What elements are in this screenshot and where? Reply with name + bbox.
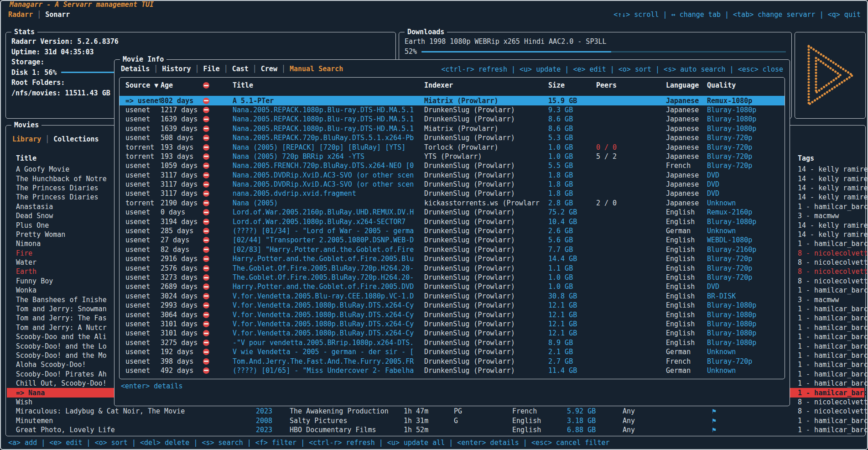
result-language-cell: Japanese bbox=[666, 171, 707, 179]
rejection-icon bbox=[203, 228, 209, 234]
search-result-row[interactable]: usenet2993 daysV.for.Vendetta.2005.1080p… bbox=[120, 301, 785, 310]
search-result-row[interactable]: usenet1059 daysNana.2005.FRENCH.720p.Blu… bbox=[120, 161, 785, 170]
rejection-icon bbox=[203, 330, 209, 336]
movie-quality-profile-cell: Any bbox=[623, 426, 712, 434]
search-result-row[interactable]: usenet3273 daysThe.Goblet.Of.Fire.2005.B… bbox=[120, 273, 785, 282]
search-result-row[interactable]: torrent2190 daysNana (2005)kickasstorren… bbox=[120, 199, 785, 208]
search-result-row[interactable]: usenet3194 daysLord.of.War.2005.1080p.Bl… bbox=[120, 217, 785, 226]
movie-tags-cell: 14 - kelly ramirez bbox=[798, 221, 868, 230]
search-result-row[interactable]: usenet398 daysTom.And.Jerry.The.Fast.And… bbox=[120, 356, 785, 366]
movie-info-tab-manual-search[interactable]: Manual Search bbox=[290, 65, 343, 73]
movie-info-tab-file[interactable]: File bbox=[203, 65, 220, 73]
result-age-cell: 2190 days bbox=[161, 199, 203, 207]
result-source-cell: usenet bbox=[120, 301, 161, 309]
search-result-row[interactable]: usenet285 days(????) [01/34] - "Lord of … bbox=[120, 226, 785, 235]
result-age-cell: 1639 days bbox=[161, 115, 203, 123]
results-col-quality[interactable]: Quality bbox=[707, 81, 736, 89]
search-result-row[interactable]: usenet492 days(????) [01/65] - "Miss Und… bbox=[120, 366, 785, 375]
result-indexer-cell: Torlock (Prowlarr) bbox=[424, 143, 548, 152]
results-col-age[interactable]: Age bbox=[161, 81, 203, 89]
movie-info-tabs: Details│History│File│Cast│Crew│Manual Se… bbox=[121, 64, 343, 73]
result-indexer-cell: DrunkenSlug (Prowlarr) bbox=[424, 292, 548, 300]
search-result-row[interactable]: usenet3024 daysV.for.Vendetta.2005.Blu-r… bbox=[120, 292, 785, 301]
result-language-cell: English bbox=[666, 311, 707, 319]
search-result-row[interactable]: usenet0 daysLord.of.War.2005.2160p.BluRa… bbox=[120, 208, 785, 217]
servarr-tab-sonarr[interactable]: Sonarr bbox=[45, 10, 70, 19]
results-col-indexer[interactable]: Indexer bbox=[424, 81, 548, 89]
movie-row[interactable]: Minutemen2008Salty Pictures1h 31mGEnglis… bbox=[7, 416, 864, 425]
movie-quality-profile-cell: Any bbox=[623, 407, 712, 415]
search-result-row[interactable]: => usenet802 daysA 5.1-PTerMiatrix (Prow… bbox=[120, 96, 785, 105]
movie-info-tab-details[interactable]: Details bbox=[121, 65, 150, 73]
movie-info-tab-history[interactable]: History bbox=[162, 65, 191, 73]
monitored-flag-icon: ⚑ bbox=[712, 407, 798, 415]
search-result-row[interactable]: usenet82 days[02/83] "Harry.Potter.and.t… bbox=[120, 245, 785, 254]
movie-certification-cell: PG bbox=[454, 407, 512, 415]
movies-tab-library[interactable]: Library bbox=[12, 135, 41, 143]
result-age-cell: 1217 days bbox=[161, 106, 203, 114]
search-result-row[interactable]: usenet3275 days-"V pour vendetta.2005.BR… bbox=[120, 338, 785, 347]
movie-tags-cell: 1 - hamilcar_barca bbox=[798, 305, 868, 313]
movies-col-tags[interactable]: Tags bbox=[798, 154, 817, 162]
result-rejection-cell bbox=[203, 349, 233, 355]
search-result-row[interactable]: usenet508 daysNana.2005.REPACK.720p.BluR… bbox=[120, 133, 785, 142]
movie-tags-cell: 14 - kelly ramirez bbox=[798, 165, 868, 173]
movie-row[interactable]: Miraculous: Ladybug & Cat Noir, The Movi… bbox=[7, 407, 864, 416]
movie-row[interactable]: Great Photo, Lovely Life2023HBO Document… bbox=[7, 425, 864, 434]
result-quality-cell: Bluray-1080p bbox=[707, 320, 756, 328]
movie-info-tab-cast[interactable]: Cast bbox=[232, 65, 249, 73]
movie-tags-cell: 14 - kelly ramirez bbox=[798, 184, 868, 192]
results-col-language[interactable]: Language bbox=[666, 81, 707, 89]
search-result-row[interactable]: usenet1217 daysNana.2005.REPACK.1080p.Bl… bbox=[120, 105, 785, 115]
result-rejection-cell bbox=[203, 144, 233, 151]
movies-tab-collections[interactable]: Collections bbox=[53, 135, 99, 143]
search-result-row[interactable]: usenet3101 daysV.for.Vendetta.2005.1080p… bbox=[120, 319, 785, 329]
download-item-row[interactable]: Earth 1998 1080p WEBRip x265 Hindi AAC2.… bbox=[399, 37, 791, 47]
result-quality-cell: Unknown bbox=[707, 366, 736, 375]
result-indexer-cell: DrunkenSlug (Prowlarr) bbox=[424, 283, 548, 291]
results-col-size[interactable]: Size bbox=[548, 81, 596, 89]
result-size-cell: 8.6 GB bbox=[548, 125, 596, 133]
result-language-cell: English bbox=[666, 329, 707, 337]
search-result-row[interactable]: usenet3064 daysV.for.Vendetta.2005.1080p… bbox=[120, 310, 785, 319]
result-source-cell: usenet bbox=[120, 329, 161, 337]
search-result-row[interactable]: usenet2576 daysThe.Goblet.Of.Fire.2005.B… bbox=[120, 263, 785, 272]
search-result-row[interactable]: usenet1639 daysNana.2005.REPACK.1080p.Bl… bbox=[120, 124, 785, 133]
result-indexer-cell: DrunkenSlug (Prowlarr) bbox=[424, 189, 548, 198]
root-folders-label: Root Folders: bbox=[11, 78, 65, 87]
result-title-cell: V.for.Vendetta.2005.1080p.BluRay.DTS.x26… bbox=[233, 311, 424, 319]
servarr-tab-radarr[interactable]: Radarr bbox=[8, 10, 33, 19]
search-result-row[interactable]: usenet2916 daysHarry.Potter.and.the.Gobl… bbox=[120, 254, 785, 263]
search-result-row[interactable]: usenet1639 daysNana.2005.REPACK.1080p.Bl… bbox=[120, 115, 785, 124]
movie-info-tab-crew[interactable]: Crew bbox=[261, 65, 277, 73]
movie-tags-cell: 8 - nicolecolvett bbox=[798, 258, 868, 267]
result-rejection-cell bbox=[203, 293, 233, 299]
result-indexer-cell: DrunkenSlug (Prowlarr) bbox=[424, 115, 548, 123]
results-col-peers[interactable]: Peers bbox=[596, 81, 666, 89]
search-result-row[interactable]: torrent193 daysNana (2005) 720p BRRip x2… bbox=[120, 152, 785, 161]
result-age-cell: 1059 days bbox=[161, 162, 203, 170]
movie-tags-cell: 14 - kelly ramirez bbox=[798, 175, 868, 183]
search-result-row[interactable]: usenet2689 daysHarry.Potter.and.the.Gobl… bbox=[120, 282, 785, 291]
radarr-version-line: Radarr Version: 5.2.6.8376 bbox=[6, 37, 395, 47]
movies-tabs: Library│Collections bbox=[12, 135, 99, 144]
result-rejection-cell bbox=[203, 237, 233, 243]
result-language-cell: English bbox=[666, 283, 707, 291]
search-result-row[interactable]: usenet192 daysV wie Vendetta - 2005 - ge… bbox=[120, 347, 785, 356]
search-result-row[interactable]: usenet27 days[02/44] "Transporter 2.2005… bbox=[120, 235, 785, 245]
movie-tags-cell: 1 - hamilcar_barca bbox=[798, 203, 868, 211]
result-quality-cell: Bluray-1080p bbox=[707, 329, 756, 337]
search-result-row[interactable]: usenet3117 daysnana.2005.dvdrip.xvid.fra… bbox=[120, 189, 785, 198]
result-rejection-cell bbox=[203, 126, 233, 132]
result-rejection-cell bbox=[203, 209, 233, 215]
result-title-cell: Nana (2005) 720p BRRip x264 -YTS bbox=[233, 152, 424, 161]
result-rejection-cell bbox=[203, 162, 233, 169]
search-result-row[interactable]: usenet3117 daysNana.2005.DVDRip.XviD.AC3… bbox=[120, 171, 785, 180]
search-result-row[interactable]: usenet3117 daysNana.2005.DVDRip.XviD.AC3… bbox=[120, 180, 785, 189]
bottom-keybind-hints: <a> add | <e> edit | <o> sort | <del> de… bbox=[8, 439, 610, 447]
search-result-row[interactable]: torrent193 daysNana (2005) [REPACK] [720… bbox=[120, 142, 785, 152]
result-language-cell: English bbox=[666, 339, 707, 347]
search-result-row[interactable]: usenet3101 daysV.for.Vendetta.2005.1080p… bbox=[120, 329, 785, 338]
results-col-title[interactable]: Title bbox=[233, 81, 424, 89]
results-col-source[interactable]: Source ▼ bbox=[120, 81, 161, 89]
